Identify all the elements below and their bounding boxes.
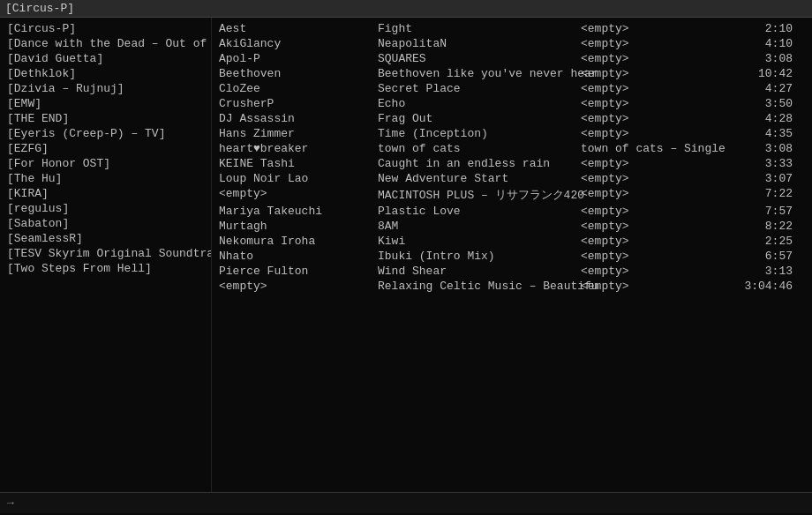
track-duration: 4:27 <box>722 82 793 95</box>
track-artist: Apol-P <box>219 52 378 65</box>
track-duration: 4:28 <box>722 112 793 125</box>
track-album: <empty> <box>581 265 722 278</box>
track-duration: 3:07 <box>722 172 793 185</box>
status-arrow: → <box>7 496 14 510</box>
sidebar-item-9[interactable]: [For Honor OST] <box>0 156 211 171</box>
track-row-17[interactable]: <empty>Relaxing Celtic Music – Beautifu<… <box>212 279 812 294</box>
track-artist: KEINE Tashi <box>219 157 378 170</box>
sidebar-item-8[interactable]: [EZFG] <box>0 141 211 156</box>
main-content: [Circus-P][Dance with the Dead – Out of … <box>0 18 812 492</box>
sidebar-item-2[interactable]: [David Guetta] <box>0 51 211 66</box>
track-title: town of cats <box>378 142 581 155</box>
sidebar[interactable]: [Circus-P][Dance with the Dead – Out of … <box>0 18 212 492</box>
sidebar-item-10[interactable]: [The Hu] <box>0 171 211 186</box>
track-album: <empty> <box>581 127 722 140</box>
track-row-6[interactable]: DJ AssassinFrag Out<empty>4:28 <box>212 111 812 126</box>
track-duration: 3:08 <box>722 52 793 65</box>
track-duration: 2:25 <box>722 235 793 248</box>
track-row-11[interactable]: <empty>MACINTOSH PLUS – リサフランク420<empty>… <box>212 186 812 204</box>
sidebar-item-0[interactable]: [Circus-P] <box>0 21 211 36</box>
track-row-2[interactable]: Apol-PSQUARES<empty>3:08 <box>212 51 812 66</box>
sidebar-item-3[interactable]: [Dethklok] <box>0 66 211 81</box>
track-title: Fight <box>378 22 581 35</box>
track-album: <empty> <box>581 220 722 233</box>
track-artist: Pierce Fulton <box>219 265 378 278</box>
track-album: <empty> <box>581 97 722 110</box>
sidebar-item-11[interactable]: [KIRA] <box>0 186 211 201</box>
track-row-14[interactable]: Nekomura IrohaKiwi<empty>2:25 <box>212 234 812 249</box>
track-row-7[interactable]: Hans ZimmerTime (Inception)<empty>4:35 <box>212 126 812 141</box>
track-title: Time (Inception) <box>378 127 581 140</box>
sidebar-item-13[interactable]: [Sabaton] <box>0 216 211 231</box>
tracklist[interactable]: AestFight<empty>2:10AkiGlancyNeapolitaN<… <box>212 18 812 492</box>
track-title: 8AM <box>378 220 581 233</box>
track-duration: 3:33 <box>722 157 793 170</box>
title-bar: [Circus-P] <box>0 0 812 18</box>
sidebar-item-4[interactable]: [Dzivia – Rujnuj] <box>0 81 211 96</box>
track-duration: 8:22 <box>722 220 793 233</box>
track-duration: 6:57 <box>722 250 793 263</box>
track-title: Caught in an endless rain <box>378 157 581 170</box>
track-row-3[interactable]: BeethovenBeethoven like you've never hea… <box>212 66 812 81</box>
track-row-15[interactable]: NhatoIbuki (Intro Mix)<empty>6:57 <box>212 249 812 264</box>
track-row-5[interactable]: CrusherPEcho<empty>3:50 <box>212 96 812 111</box>
track-title: Kiwi <box>378 235 581 248</box>
track-title: Relaxing Celtic Music – Beautifu <box>378 280 581 293</box>
sidebar-item-15[interactable]: [TESV Skyrim Original Soundtrack] <box>0 246 211 261</box>
track-title: Frag Out <box>378 112 581 125</box>
track-artist: <empty> <box>219 280 378 293</box>
track-row-10[interactable]: Loup Noir LaoNew Adventure Start<empty>3… <box>212 171 812 186</box>
track-title: MACINTOSH PLUS – リサフランク420 <box>378 187 581 203</box>
track-artist: Nekomura Iroha <box>219 235 378 248</box>
track-duration: 10:42 <box>722 67 793 80</box>
track-title: Secret Place <box>378 82 581 95</box>
track-artist: <empty> <box>219 187 378 203</box>
track-row-16[interactable]: Pierce FultonWind Shear<empty>3:13 <box>212 264 812 279</box>
sidebar-item-12[interactable]: [regulus] <box>0 201 211 216</box>
track-artist: Loup Noir Lao <box>219 172 378 185</box>
track-artist: CloZee <box>219 82 378 95</box>
track-duration: 2:10 <box>722 22 793 35</box>
track-title: Echo <box>378 97 581 110</box>
track-artist: heart♥breaker <box>219 142 378 155</box>
track-album: <empty> <box>581 235 722 248</box>
track-duration: 3:50 <box>722 97 793 110</box>
track-row-12[interactable]: Mariya TakeuchiPlastic Love<empty>7:57 <box>212 204 812 219</box>
status-bar: → <box>0 492 812 513</box>
track-row-4[interactable]: CloZeeSecret Place<empty>4:27 <box>212 81 812 96</box>
track-artist: CrusherP <box>219 97 378 110</box>
track-title: Plastic Love <box>378 205 581 218</box>
track-artist: Mariya Takeuchi <box>219 205 378 218</box>
sidebar-item-14[interactable]: [SeamlessR] <box>0 231 211 246</box>
track-title: SQUARES <box>378 52 581 65</box>
track-album: <empty> <box>581 82 722 95</box>
track-duration: 3:04:46 <box>722 280 793 293</box>
track-duration: 7:57 <box>722 205 793 218</box>
track-title: Beethoven like you've never hear <box>378 67 581 80</box>
sidebar-item-1[interactable]: [Dance with the Dead – Out of Body] <box>0 36 211 51</box>
track-row-8[interactable]: heart♥breakertown of catstown of cats – … <box>212 141 812 156</box>
sidebar-item-5[interactable]: [EMW] <box>0 96 211 111</box>
track-album: <empty> <box>581 157 722 170</box>
track-artist: Aest <box>219 22 378 35</box>
sidebar-item-7[interactable]: [Eyeris (Creep-P) – TV] <box>0 126 211 141</box>
sidebar-item-6[interactable]: [THE END] <box>0 111 211 126</box>
track-duration: 3:13 <box>722 265 793 278</box>
track-album: <empty> <box>581 22 722 35</box>
title-label: [Circus-P] <box>5 2 74 15</box>
track-album: town of cats – Single <box>581 142 722 155</box>
track-row-13[interactable]: Murtagh8AM<empty>8:22 <box>212 219 812 234</box>
track-duration: 7:22 <box>722 187 793 203</box>
track-album: <empty> <box>581 205 722 218</box>
track-artist: Murtagh <box>219 220 378 233</box>
track-album: <empty> <box>581 67 722 80</box>
track-album: <empty> <box>581 172 722 185</box>
track-row-0[interactable]: AestFight<empty>2:10 <box>212 21 812 36</box>
sidebar-item-16[interactable]: [Two Steps From Hell] <box>0 261 211 276</box>
track-row-1[interactable]: AkiGlancyNeapolitaN<empty>4:10 <box>212 36 812 51</box>
track-row-9[interactable]: KEINE TashiCaught in an endless rain<emp… <box>212 156 812 171</box>
track-artist: DJ Assassin <box>219 112 378 125</box>
track-title: Ibuki (Intro Mix) <box>378 250 581 263</box>
track-artist: Nhato <box>219 250 378 263</box>
track-album: <empty> <box>581 187 722 203</box>
